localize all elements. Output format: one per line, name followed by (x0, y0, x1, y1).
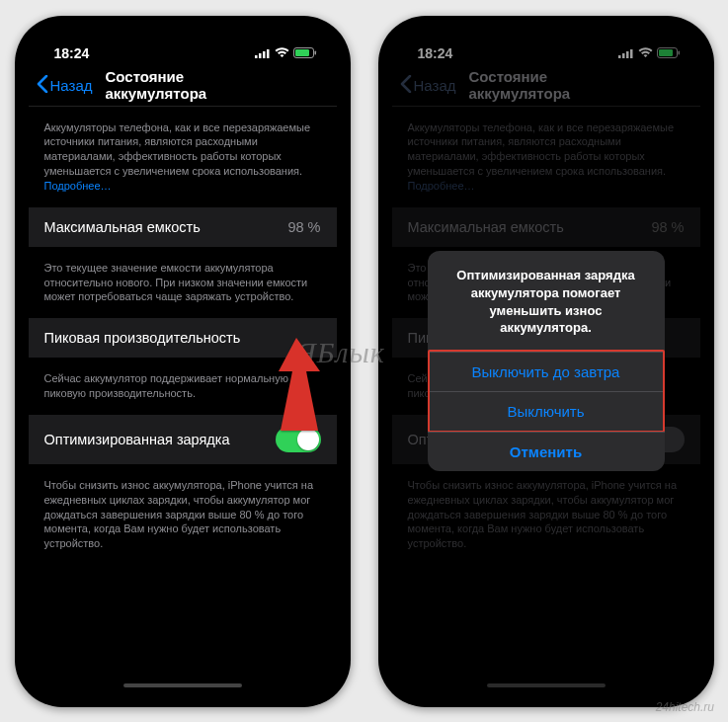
alert-disable-until-tomorrow[interactable]: Выключить до завтра (430, 352, 663, 391)
svg-rect-2 (263, 51, 266, 58)
phone-right: 18:24 На (378, 16, 714, 707)
notch (109, 30, 257, 53)
svg-rect-3 (267, 49, 270, 58)
optimized-toggle[interactable] (276, 427, 321, 452)
highlight-box: Выключить до завтра Выключить (428, 350, 665, 433)
more-link[interactable]: Подробнее… (44, 180, 112, 192)
capacity-value: 98 % (287, 219, 320, 235)
optimized-cell: Оптимизированная зарядка (29, 415, 337, 464)
notch (472, 30, 620, 53)
back-button[interactable]: Назад (37, 75, 93, 96)
desc-intro: Аккумуляторы телефона, как и все перезар… (29, 107, 337, 207)
credit: 24hitech.ru (656, 700, 714, 714)
nav-title: Состояние аккумулятора (106, 68, 260, 102)
desc-peak: Сейчас аккумулятор поддерживает нормальн… (29, 358, 337, 415)
alert-title: Оптимизированная зарядка аккумулятора по… (428, 251, 665, 350)
peak-label: Пиковая производительность (44, 330, 241, 346)
phone-left: 18:24 На (15, 16, 351, 707)
capacity-cell[interactable]: Максимальная емкость 98 % (29, 207, 337, 247)
desc-optimized: Чтобы снизить износ аккумулятора, iPhone… (29, 464, 337, 565)
svg-rect-0 (255, 55, 258, 58)
alert-sheet: Оптимизированная зарядка аккумулятора по… (428, 251, 665, 470)
svg-rect-1 (259, 53, 262, 58)
alert-disable[interactable]: Выключить (430, 391, 663, 431)
battery-icon (293, 47, 317, 58)
capacity-label: Максимальная емкость (44, 219, 201, 235)
alert-backdrop: Оптимизированная зарядка аккумулятора по… (392, 30, 700, 693)
desc-capacity: Это текущее значение емкости аккумулятор… (29, 247, 337, 319)
chevron-left-icon (37, 75, 48, 96)
content: Аккумуляторы телефона, как и все перезар… (29, 107, 337, 685)
optimized-label: Оптимизированная зарядка (44, 432, 230, 447)
peak-cell[interactable]: Пиковая производительность (29, 318, 337, 358)
alert-cancel[interactable]: Отменить (428, 432, 665, 471)
status-time: 18:24 (54, 45, 90, 61)
signal-icon (255, 48, 271, 58)
wifi-icon (275, 47, 289, 58)
svg-rect-5 (295, 49, 309, 56)
svg-rect-6 (314, 51, 316, 55)
toggle-knob (297, 429, 319, 450)
home-indicator[interactable] (123, 683, 242, 687)
back-label: Назад (50, 77, 93, 94)
nav-bar: Назад Состояние аккумулятора (29, 67, 337, 107)
